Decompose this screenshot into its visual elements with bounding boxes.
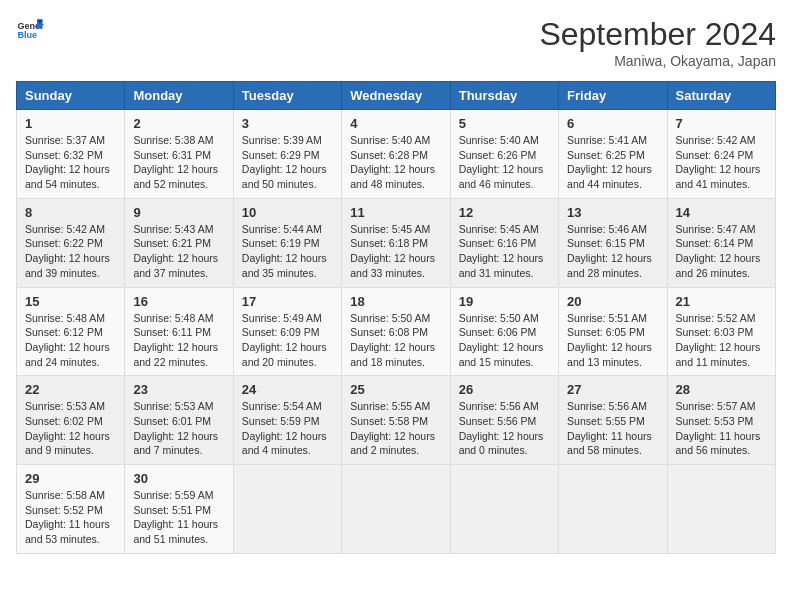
sunset-label: Sunset: 6:03 PM — [676, 326, 754, 338]
sunset-label: Sunset: 6:28 PM — [350, 149, 428, 161]
calendar-cell: 3 Sunrise: 5:39 AM Sunset: 6:29 PM Dayli… — [233, 110, 341, 199]
daylight-label: Daylight: 12 hours and 37 minutes. — [133, 252, 218, 279]
day-number: 16 — [133, 294, 224, 309]
calendar-cell: 12 Sunrise: 5:45 AM Sunset: 6:16 PM Dayl… — [450, 198, 558, 287]
sunset-label: Sunset: 5:55 PM — [567, 415, 645, 427]
calendar-cell: 16 Sunrise: 5:48 AM Sunset: 6:11 PM Dayl… — [125, 287, 233, 376]
daylight-label: Daylight: 12 hours and 13 minutes. — [567, 341, 652, 368]
daylight-label: Daylight: 12 hours and 2 minutes. — [350, 430, 435, 457]
sunset-label: Sunset: 6:31 PM — [133, 149, 211, 161]
day-number: 25 — [350, 382, 441, 397]
day-number: 24 — [242, 382, 333, 397]
day-number: 22 — [25, 382, 116, 397]
day-number: 30 — [133, 471, 224, 486]
sunset-label: Sunset: 5:51 PM — [133, 504, 211, 516]
day-number: 29 — [25, 471, 116, 486]
day-number: 10 — [242, 205, 333, 220]
calendar-cell — [342, 465, 450, 554]
calendar-table: Sunday Monday Tuesday Wednesday Thursday… — [16, 81, 776, 554]
daylight-label: Daylight: 12 hours and 33 minutes. — [350, 252, 435, 279]
sunrise-label: Sunrise: 5:48 AM — [25, 312, 105, 324]
calendar-cell — [559, 465, 667, 554]
daylight-label: Daylight: 12 hours and 24 minutes. — [25, 341, 110, 368]
daylight-label: Daylight: 12 hours and 48 minutes. — [350, 163, 435, 190]
sunrise-label: Sunrise: 5:43 AM — [133, 223, 213, 235]
calendar-cell — [233, 465, 341, 554]
sunrise-label: Sunrise: 5:42 AM — [25, 223, 105, 235]
sunrise-label: Sunrise: 5:53 AM — [25, 400, 105, 412]
calendar-cell: 26 Sunrise: 5:56 AM Sunset: 5:56 PM Dayl… — [450, 376, 558, 465]
calendar-cell: 17 Sunrise: 5:49 AM Sunset: 6:09 PM Dayl… — [233, 287, 341, 376]
sunrise-label: Sunrise: 5:40 AM — [459, 134, 539, 146]
col-saturday: Saturday — [667, 82, 775, 110]
calendar-week-1: 1 Sunrise: 5:37 AM Sunset: 6:32 PM Dayli… — [17, 110, 776, 199]
calendar-cell: 11 Sunrise: 5:45 AM Sunset: 6:18 PM Dayl… — [342, 198, 450, 287]
sunrise-label: Sunrise: 5:38 AM — [133, 134, 213, 146]
calendar-cell: 2 Sunrise: 5:38 AM Sunset: 6:31 PM Dayli… — [125, 110, 233, 199]
sunrise-label: Sunrise: 5:40 AM — [350, 134, 430, 146]
sunrise-label: Sunrise: 5:47 AM — [676, 223, 756, 235]
day-number: 2 — [133, 116, 224, 131]
calendar-cell — [667, 465, 775, 554]
daylight-label: Daylight: 11 hours and 56 minutes. — [676, 430, 761, 457]
calendar-cell: 29 Sunrise: 5:58 AM Sunset: 5:52 PM Dayl… — [17, 465, 125, 554]
logo-icon: General Blue — [16, 16, 44, 44]
day-number: 13 — [567, 205, 658, 220]
sunrise-label: Sunrise: 5:39 AM — [242, 134, 322, 146]
sunset-label: Sunset: 6:08 PM — [350, 326, 428, 338]
logo: General Blue — [16, 16, 44, 44]
sunrise-label: Sunrise: 5:53 AM — [133, 400, 213, 412]
daylight-label: Daylight: 12 hours and 26 minutes. — [676, 252, 761, 279]
calendar-week-2: 8 Sunrise: 5:42 AM Sunset: 6:22 PM Dayli… — [17, 198, 776, 287]
day-number: 14 — [676, 205, 767, 220]
calendar-cell: 14 Sunrise: 5:47 AM Sunset: 6:14 PM Dayl… — [667, 198, 775, 287]
sunset-label: Sunset: 6:32 PM — [25, 149, 103, 161]
calendar-cell: 21 Sunrise: 5:52 AM Sunset: 6:03 PM Dayl… — [667, 287, 775, 376]
day-number: 26 — [459, 382, 550, 397]
calendar-cell: 25 Sunrise: 5:55 AM Sunset: 5:58 PM Dayl… — [342, 376, 450, 465]
daylight-label: Daylight: 12 hours and 0 minutes. — [459, 430, 544, 457]
sunset-label: Sunset: 6:14 PM — [676, 237, 754, 249]
daylight-label: Daylight: 12 hours and 4 minutes. — [242, 430, 327, 457]
calendar-cell: 24 Sunrise: 5:54 AM Sunset: 5:59 PM Dayl… — [233, 376, 341, 465]
svg-text:Blue: Blue — [17, 30, 37, 40]
sunset-label: Sunset: 6:16 PM — [459, 237, 537, 249]
day-number: 20 — [567, 294, 658, 309]
sunrise-label: Sunrise: 5:59 AM — [133, 489, 213, 501]
sunrise-label: Sunrise: 5:55 AM — [350, 400, 430, 412]
calendar-cell: 15 Sunrise: 5:48 AM Sunset: 6:12 PM Dayl… — [17, 287, 125, 376]
title-block: September 2024 Maniwa, Okayama, Japan — [539, 16, 776, 69]
daylight-label: Daylight: 12 hours and 28 minutes. — [567, 252, 652, 279]
day-number: 11 — [350, 205, 441, 220]
sunrise-label: Sunrise: 5:48 AM — [133, 312, 213, 324]
sunrise-label: Sunrise: 5:54 AM — [242, 400, 322, 412]
daylight-label: Daylight: 12 hours and 54 minutes. — [25, 163, 110, 190]
sunrise-label: Sunrise: 5:56 AM — [567, 400, 647, 412]
daylight-label: Daylight: 12 hours and 11 minutes. — [676, 341, 761, 368]
sunset-label: Sunset: 6:02 PM — [25, 415, 103, 427]
calendar-cell: 7 Sunrise: 5:42 AM Sunset: 6:24 PM Dayli… — [667, 110, 775, 199]
sunrise-label: Sunrise: 5:44 AM — [242, 223, 322, 235]
calendar-cell: 30 Sunrise: 5:59 AM Sunset: 5:51 PM Dayl… — [125, 465, 233, 554]
daylight-label: Daylight: 12 hours and 39 minutes. — [25, 252, 110, 279]
calendar-cell: 5 Sunrise: 5:40 AM Sunset: 6:26 PM Dayli… — [450, 110, 558, 199]
page-header: General Blue September 2024 Maniwa, Okay… — [16, 16, 776, 69]
daylight-label: Daylight: 12 hours and 18 minutes. — [350, 341, 435, 368]
sunset-label: Sunset: 6:26 PM — [459, 149, 537, 161]
calendar-cell: 6 Sunrise: 5:41 AM Sunset: 6:25 PM Dayli… — [559, 110, 667, 199]
daylight-label: Daylight: 12 hours and 15 minutes. — [459, 341, 544, 368]
daylight-label: Daylight: 12 hours and 44 minutes. — [567, 163, 652, 190]
col-monday: Monday — [125, 82, 233, 110]
daylight-label: Daylight: 12 hours and 35 minutes. — [242, 252, 327, 279]
day-number: 6 — [567, 116, 658, 131]
sunrise-label: Sunrise: 5:41 AM — [567, 134, 647, 146]
sunrise-label: Sunrise: 5:50 AM — [459, 312, 539, 324]
sunset-label: Sunset: 6:09 PM — [242, 326, 320, 338]
daylight-label: Daylight: 12 hours and 20 minutes. — [242, 341, 327, 368]
sunrise-label: Sunrise: 5:45 AM — [350, 223, 430, 235]
sunset-label: Sunset: 6:24 PM — [676, 149, 754, 161]
col-thursday: Thursday — [450, 82, 558, 110]
day-number: 28 — [676, 382, 767, 397]
sunset-label: Sunset: 5:59 PM — [242, 415, 320, 427]
calendar-week-3: 15 Sunrise: 5:48 AM Sunset: 6:12 PM Dayl… — [17, 287, 776, 376]
